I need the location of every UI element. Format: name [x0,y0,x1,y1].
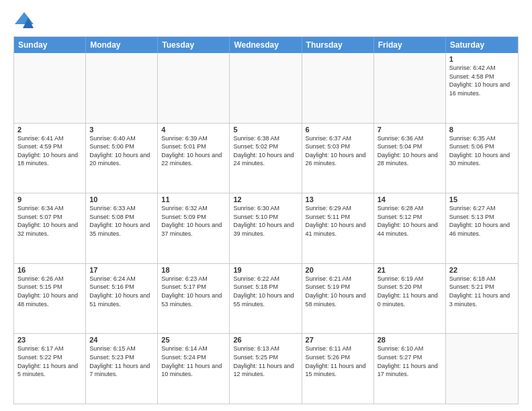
calendar-cell: 11Sunrise: 6:32 AM Sunset: 5:09 PM Dayli… [158,193,230,263]
weekday-header: Saturday [446,37,518,53]
day-info: Sunrise: 6:24 AM Sunset: 5:16 PM Dayligh… [89,275,154,308]
day-info: Sunrise: 6:23 AM Sunset: 5:17 PM Dayligh… [161,275,226,308]
calendar: SundayMondayTuesdayWednesdayThursdayFrid… [13,36,519,404]
weekday-header: Wednesday [230,37,302,53]
calendar-cell [158,53,230,123]
calendar-row: 16Sunrise: 6:26 AM Sunset: 5:15 PM Dayli… [14,263,518,334]
logo [13,11,36,30]
day-number: 9 [17,195,82,203]
calendar-cell: 14Sunrise: 6:28 AM Sunset: 5:12 PM Dayli… [374,193,446,263]
day-info: Sunrise: 6:10 AM Sunset: 5:27 PM Dayligh… [378,345,442,378]
day-number: 26 [233,336,298,344]
weekday-header: Monday [86,37,158,53]
calendar-cell [14,53,86,123]
calendar-cell: 8Sunrise: 6:35 AM Sunset: 5:06 PM Daylig… [446,124,518,193]
calendar-cell: 21Sunrise: 6:19 AM Sunset: 5:20 PM Dayli… [374,264,446,334]
weekday-header: Sunday [14,37,86,53]
calendar-cell [446,334,518,404]
day-number: 18 [161,266,226,274]
calendar-cell [230,53,302,123]
day-info: Sunrise: 6:27 AM Sunset: 5:13 PM Dayligh… [449,204,515,238]
calendar-cell: 18Sunrise: 6:23 AM Sunset: 5:17 PM Dayli… [158,264,230,334]
calendar-cell: 15Sunrise: 6:27 AM Sunset: 5:13 PM Dayli… [446,193,518,263]
day-number: 22 [449,266,515,274]
day-info: Sunrise: 6:11 AM Sunset: 5:26 PM Dayligh… [306,345,370,378]
header [13,11,519,30]
calendar-cell: 17Sunrise: 6:24 AM Sunset: 5:16 PM Dayli… [86,264,158,334]
page: SundayMondayTuesdayWednesdayThursdayFrid… [0,0,532,411]
day-info: Sunrise: 6:34 AM Sunset: 5:07 PM Dayligh… [17,204,82,238]
day-info: Sunrise: 6:38 AM Sunset: 5:02 PM Dayligh… [233,134,298,168]
day-number: 24 [89,336,154,344]
calendar-cell: 6Sunrise: 6:37 AM Sunset: 5:03 PM Daylig… [302,124,374,193]
day-info: Sunrise: 6:40 AM Sunset: 5:00 PM Dayligh… [89,134,154,168]
calendar-cell: 28Sunrise: 6:10 AM Sunset: 5:27 PM Dayli… [374,334,446,404]
day-number: 6 [306,126,370,134]
day-number: 10 [89,195,154,203]
day-number: 25 [161,336,226,344]
day-info: Sunrise: 6:41 AM Sunset: 4:59 PM Dayligh… [17,134,82,168]
day-number: 19 [233,266,298,274]
day-number: 28 [378,336,442,344]
day-info: Sunrise: 6:18 AM Sunset: 5:21 PM Dayligh… [449,275,515,308]
day-info: Sunrise: 6:14 AM Sunset: 5:24 PM Dayligh… [161,345,226,378]
calendar-cell: 19Sunrise: 6:22 AM Sunset: 5:18 PM Dayli… [230,264,302,334]
weekday-header: Thursday [302,37,374,53]
calendar-cell [302,53,374,123]
day-number: 5 [233,126,298,134]
calendar-row: 9Sunrise: 6:34 AM Sunset: 5:07 PM Daylig… [14,193,518,263]
calendar-cell: 5Sunrise: 6:38 AM Sunset: 5:02 PM Daylig… [230,124,302,193]
day-number: 1 [449,55,515,63]
day-info: Sunrise: 6:15 AM Sunset: 5:23 PM Dayligh… [89,345,154,378]
day-info: Sunrise: 6:32 AM Sunset: 5:09 PM Dayligh… [161,204,226,238]
day-number: 11 [161,195,226,203]
calendar-cell: 7Sunrise: 6:36 AM Sunset: 5:04 PM Daylig… [374,124,446,193]
calendar-cell: 23Sunrise: 6:17 AM Sunset: 5:22 PM Dayli… [14,334,86,404]
day-number: 3 [89,126,154,134]
calendar-cell: 10Sunrise: 6:33 AM Sunset: 5:08 PM Dayli… [86,193,158,263]
day-number: 2 [17,126,82,134]
calendar-cell: 16Sunrise: 6:26 AM Sunset: 5:15 PM Dayli… [14,264,86,334]
calendar-cell: 1Sunrise: 6:42 AM Sunset: 4:58 PM Daylig… [446,53,518,123]
calendar-body: 1Sunrise: 6:42 AM Sunset: 4:58 PM Daylig… [14,53,518,404]
day-number: 15 [449,195,515,203]
day-number: 17 [89,266,154,274]
calendar-cell: 20Sunrise: 6:21 AM Sunset: 5:19 PM Dayli… [302,264,374,334]
calendar-cell [374,53,446,123]
calendar-cell: 27Sunrise: 6:11 AM Sunset: 5:26 PM Dayli… [302,334,374,404]
calendar-cell: 2Sunrise: 6:41 AM Sunset: 4:59 PM Daylig… [14,124,86,193]
day-number: 16 [17,266,82,274]
day-info: Sunrise: 6:21 AM Sunset: 5:19 PM Dayligh… [306,275,370,308]
day-number: 4 [161,126,226,134]
day-number: 23 [17,336,82,344]
calendar-cell: 4Sunrise: 6:39 AM Sunset: 5:01 PM Daylig… [158,124,230,193]
calendar-cell: 3Sunrise: 6:40 AM Sunset: 5:00 PM Daylig… [86,124,158,193]
calendar-cell: 24Sunrise: 6:15 AM Sunset: 5:23 PM Dayli… [86,334,158,404]
day-number: 27 [306,336,370,344]
day-info: Sunrise: 6:35 AM Sunset: 5:06 PM Dayligh… [449,134,515,168]
day-info: Sunrise: 6:30 AM Sunset: 5:10 PM Dayligh… [233,204,298,238]
calendar-cell: 9Sunrise: 6:34 AM Sunset: 5:07 PM Daylig… [14,193,86,263]
day-number: 20 [306,266,370,274]
weekday-header: Tuesday [158,37,230,53]
calendar-cell: 26Sunrise: 6:13 AM Sunset: 5:25 PM Dayli… [230,334,302,404]
svg-marker-0 [15,12,34,24]
calendar-cell: 13Sunrise: 6:29 AM Sunset: 5:11 PM Dayli… [302,193,374,263]
calendar-cell [86,53,158,123]
day-info: Sunrise: 6:22 AM Sunset: 5:18 PM Dayligh… [233,275,298,308]
calendar-row: 2Sunrise: 6:41 AM Sunset: 4:59 PM Daylig… [14,123,518,193]
day-number: 8 [449,126,515,134]
day-number: 7 [378,126,442,134]
day-number: 21 [378,266,442,274]
day-info: Sunrise: 6:13 AM Sunset: 5:25 PM Dayligh… [233,345,298,378]
day-info: Sunrise: 6:39 AM Sunset: 5:01 PM Dayligh… [161,134,226,168]
calendar-row: 23Sunrise: 6:17 AM Sunset: 5:22 PM Dayli… [14,333,518,404]
day-number: 13 [306,195,370,203]
day-number: 12 [233,195,298,203]
day-info: Sunrise: 6:26 AM Sunset: 5:15 PM Dayligh… [17,275,82,308]
day-info: Sunrise: 6:29 AM Sunset: 5:11 PM Dayligh… [306,204,370,238]
day-info: Sunrise: 6:17 AM Sunset: 5:22 PM Dayligh… [17,345,82,378]
calendar-cell: 22Sunrise: 6:18 AM Sunset: 5:21 PM Dayli… [446,264,518,334]
logo-icon [13,11,35,30]
day-info: Sunrise: 6:36 AM Sunset: 5:04 PM Dayligh… [378,134,442,168]
